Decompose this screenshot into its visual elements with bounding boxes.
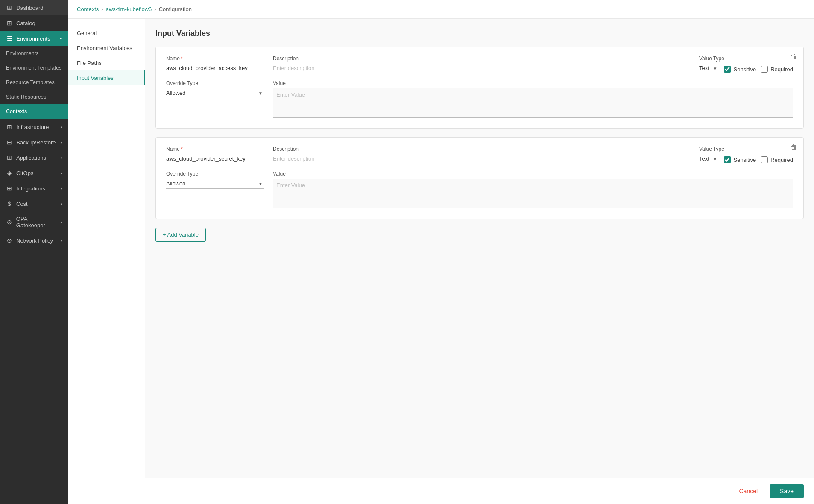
sidebar-item-label: Dashboard — [16, 5, 44, 11]
sensitive-checkbox-2[interactable] — [724, 156, 731, 163]
desc-input-1[interactable] — [273, 63, 691, 73]
name-group-1: Name* — [166, 56, 264, 73]
sidebar-item-label: Static Resources — [6, 94, 46, 100]
sidebar-item-label: Contexts — [6, 108, 27, 114]
save-button[interactable]: Save — [770, 484, 804, 498]
cost-icon: $ — [6, 200, 13, 207]
breadcrumb: Contexts › aws-tim-kubeflow6 › Configura… — [68, 0, 814, 19]
override-select-1[interactable]: Allowed Forbidden Required — [166, 88, 264, 98]
name-input-1[interactable] — [166, 63, 264, 73]
chevron-right-icon: › — [61, 201, 62, 206]
chevron-right-icon: › — [61, 140, 62, 145]
nav-item-file-paths[interactable]: File Paths — [68, 56, 145, 70]
sidebar-item-resource-templates[interactable]: Resource Templates — [0, 75, 68, 90]
required-group-2: Required — [761, 156, 793, 163]
chevron-right-icon: › — [61, 124, 62, 129]
desc-group-1: Description — [273, 56, 691, 73]
add-variable-button[interactable]: + Add Variable — [155, 228, 206, 242]
chevron-right-icon: › — [61, 220, 62, 225]
variable-card-2: 🗑 Name* Description Value Type — [155, 137, 804, 219]
required-label-2: Required — [770, 157, 793, 163]
main-panel: Input Variables 🗑 Name* Description — [145, 19, 814, 478]
value-textarea-1[interactable] — [273, 88, 793, 118]
sidebar-item-label: Catalog — [16, 20, 35, 26]
breadcrumb-context-name[interactable]: aws-tim-kubeflow6 — [106, 6, 152, 12]
breadcrumb-contexts[interactable]: Contexts — [77, 6, 99, 12]
sidebar-item-label: Environments — [16, 35, 50, 42]
sidebar: ⊞ Dashboard ⊞ Catalog ☰ Environments ▾ E… — [0, 0, 68, 504]
nav-item-input-variables[interactable]: Input Variables — [68, 70, 145, 85]
sidebar-item-label: Integrations — [16, 185, 45, 192]
sidebar-item-gitops[interactable]: ◈ GitOps › — [0, 165, 68, 181]
sidebar-item-opa-gatekeeper[interactable]: ⊙ OPA Gatekeeper › — [0, 211, 68, 233]
sidebar-item-environments-sub[interactable]: Environments — [0, 46, 68, 61]
sensitive-label-1: Sensitive — [733, 66, 756, 73]
sidebar-item-cost[interactable]: $ Cost › — [0, 196, 68, 211]
required-checkbox-2[interactable] — [761, 156, 768, 163]
sidebar-item-dashboard[interactable]: ⊞ Dashboard — [0, 0, 68, 15]
name-input-2[interactable] — [166, 154, 264, 164]
value-label-1: Value — [273, 80, 793, 86]
opa-icon: ⊙ — [6, 219, 13, 226]
sidebar-item-backup-restore[interactable]: ⊟ Backup/Restore › — [0, 135, 68, 150]
desc-label-1: Description — [273, 56, 691, 62]
sensitive-checkbox-1[interactable] — [724, 66, 731, 73]
value-type-label-2: Value Type — [699, 146, 793, 152]
sidebar-item-label: GitOps — [16, 170, 33, 176]
sidebar-item-label: Cost — [16, 201, 28, 207]
desc-input-2[interactable] — [273, 154, 691, 164]
name-label-2: Name* — [166, 146, 264, 152]
value-type-label-1: Value Type — [699, 56, 793, 62]
sidebar-item-label: Network Policy — [16, 237, 53, 244]
sidebar-item-label: Environments — [6, 50, 38, 56]
override-group-1: Override Type Allowed Forbidden Required — [166, 80, 264, 98]
required-label-1: Required — [770, 66, 793, 73]
chevron-right-icon: › — [61, 238, 62, 243]
sidebar-item-label: Environment Templates — [6, 65, 61, 71]
delete-variable-2-button[interactable]: 🗑 — [791, 144, 797, 151]
value-group-1: Value — [273, 80, 793, 118]
sidebar-item-static-resources[interactable]: Static Resources — [0, 90, 68, 104]
sidebar-item-environment-templates[interactable]: Environment Templates — [0, 61, 68, 75]
chevron-down-icon: ▾ — [60, 36, 62, 41]
catalog-icon: ⊞ — [6, 20, 13, 26]
required-checkbox-1[interactable] — [761, 66, 768, 73]
override-label-2: Override Type — [166, 171, 264, 177]
name-group-2: Name* — [166, 146, 264, 164]
sidebar-item-label: Infrastructure — [16, 124, 49, 130]
sensitive-group-1: Sensitive — [724, 66, 756, 73]
value-type-select-1[interactable]: Text Number Boolean Secret — [699, 63, 719, 73]
sidebar-item-environments[interactable]: ☰ Environments ▾ — [0, 31, 68, 46]
value-type-group-2: Value Type Text Number Boolean Secret — [699, 146, 793, 164]
value-type-select-2[interactable]: Text Number Boolean Secret — [699, 154, 719, 164]
nav-item-env-variables[interactable]: Environment Variables — [68, 41, 145, 56]
sidebar-item-applications[interactable]: ⊞ Applications › — [0, 150, 68, 165]
infrastructure-icon: ⊞ — [6, 123, 13, 130]
sidebar-item-infrastructure[interactable]: ⊞ Infrastructure › — [0, 119, 68, 135]
nav-item-general[interactable]: General — [68, 26, 145, 41]
chevron-right-icon: › — [61, 186, 62, 191]
breadcrumb-current: Configuration — [159, 6, 192, 12]
main-area: Contexts › aws-tim-kubeflow6 › Configura… — [68, 0, 814, 504]
value-textarea-2[interactable] — [273, 179, 793, 208]
name-label-1: Name* — [166, 56, 264, 62]
integrations-icon: ⊞ — [6, 185, 13, 192]
delete-variable-1-button[interactable]: 🗑 — [791, 53, 797, 61]
sidebar-item-contexts[interactable]: Contexts — [0, 104, 68, 119]
sidebar-item-catalog[interactable]: ⊞ Catalog — [0, 15, 68, 31]
override-select-2[interactable]: Allowed Forbidden Required — [166, 179, 264, 189]
desc-label-2: Description — [273, 146, 691, 152]
backup-icon: ⊟ — [6, 139, 13, 146]
variable-card-1: 🗑 Name* Description Value Type — [155, 47, 804, 129]
sensitive-label-2: Sensitive — [733, 157, 756, 163]
override-label-1: Override Type — [166, 80, 264, 86]
sidebar-item-label: Backup/Restore — [16, 139, 56, 146]
gitops-icon: ◈ — [6, 170, 13, 176]
desc-group-2: Description — [273, 146, 691, 164]
cancel-button[interactable]: Cancel — [732, 484, 764, 498]
network-policy-icon: ⊙ — [6, 237, 13, 244]
sidebar-item-network-policy[interactable]: ⊙ Network Policy › — [0, 233, 68, 248]
required-group-1: Required — [761, 66, 793, 73]
sidebar-item-integrations[interactable]: ⊞ Integrations › — [0, 181, 68, 196]
sidebar-item-label: Resource Templates — [6, 79, 55, 85]
